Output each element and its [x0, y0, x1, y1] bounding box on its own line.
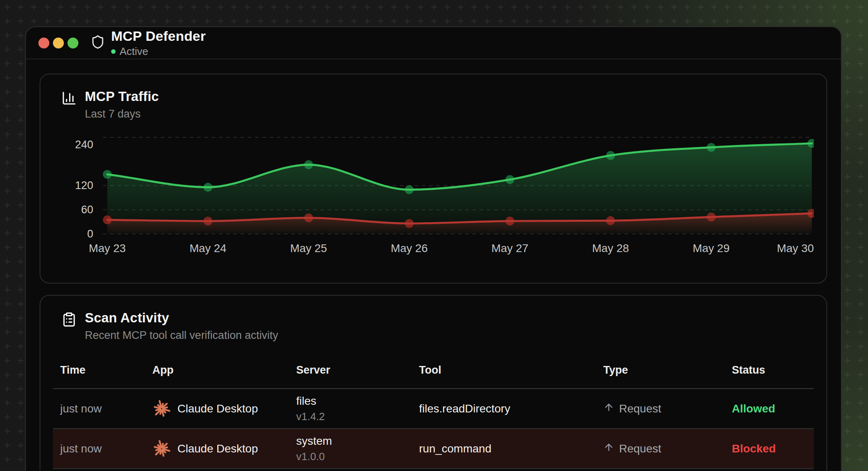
column-header-type: Type	[596, 364, 725, 376]
activity-card-subtitle: Recent MCP tool call verification activi…	[85, 329, 278, 342]
svg-text:May 30: May 30	[777, 242, 814, 254]
cell-server: system v1.0.0	[289, 435, 412, 463]
shield-icon	[91, 34, 105, 51]
traffic-card-subtitle: Last 7 days	[85, 108, 159, 120]
titlebar: MCP Defender Active	[26, 27, 841, 59]
traffic-chart: 060120240May 23May 24May 25May 26May 27M…	[53, 130, 814, 263]
svg-text:0: 0	[87, 228, 93, 240]
column-header-time: Time	[53, 364, 145, 376]
svg-text:240: 240	[75, 139, 93, 151]
column-header-server: Server	[289, 364, 412, 376]
column-header-status: Status	[725, 364, 814, 376]
claude-logo-icon	[152, 400, 171, 418]
app-title: MCP Defender	[111, 28, 206, 44]
active-status-dot	[111, 49, 116, 54]
svg-text:120: 120	[75, 179, 93, 191]
column-chart-icon	[61, 90, 77, 107]
arrow-up-icon	[603, 402, 614, 416]
scan-activity-table: Time App Server Tool Type Status just no…	[53, 352, 814, 469]
cell-tool: files.readDirectory	[412, 402, 596, 415]
cell-type: Request	[596, 402, 725, 416]
cell-time: just now	[53, 442, 145, 455]
cell-type: Request	[596, 442, 725, 456]
svg-text:May 29: May 29	[693, 242, 729, 254]
cell-app: Claude Desktop	[145, 400, 289, 418]
clipboard-list-icon	[61, 312, 77, 329]
arrow-up-icon	[603, 442, 614, 456]
mcp-traffic-card: MCP Traffic Last 7 days 060120240May 23M…	[40, 74, 827, 284]
zoom-button[interactable]	[67, 38, 78, 48]
cell-time: just now	[53, 402, 145, 415]
scan-activity-card: Scan Activity Recent MCP tool call verif…	[40, 295, 827, 471]
minimize-button[interactable]	[53, 38, 64, 48]
table-body: just now Claude Desktop files v1.4.2 fil…	[53, 389, 814, 469]
cell-tool: run_command	[412, 442, 596, 455]
activity-card-title: Scan Activity	[85, 310, 278, 326]
close-button[interactable]	[38, 38, 49, 48]
traffic-lights	[38, 38, 78, 48]
column-header-tool: Tool	[412, 364, 596, 376]
svg-text:May 27: May 27	[491, 242, 528, 254]
table-row[interactable]: just now Claude Desktop files v1.4.2 fil…	[53, 389, 814, 429]
claude-logo-icon	[152, 439, 171, 458]
cell-status: Blocked	[725, 442, 814, 455]
svg-text:May 25: May 25	[290, 242, 327, 254]
traffic-card-title: MCP Traffic	[85, 89, 159, 104]
active-status-label: Active	[120, 45, 148, 58]
app-window: MCP Defender Active MCP Traffic Last 7 d…	[25, 26, 842, 471]
svg-text:May 23: May 23	[89, 242, 126, 254]
column-header-app: App	[145, 364, 289, 376]
svg-text:60: 60	[81, 204, 93, 216]
cell-app: Claude Desktop	[145, 439, 289, 458]
svg-text:May 26: May 26	[391, 242, 428, 254]
table-header-row: Time App Server Tool Type Status	[53, 352, 814, 389]
svg-text:May 24: May 24	[190, 242, 226, 254]
cell-server: files v1.4.2	[289, 395, 412, 423]
status-line: Active	[111, 45, 206, 58]
table-row[interactable]: just now Claude Desktop system v1.0.0 ru…	[53, 429, 814, 469]
cell-status: Allowed	[725, 402, 814, 415]
app-identity: MCP Defender Active	[91, 28, 206, 58]
svg-text:May 28: May 28	[592, 242, 629, 254]
